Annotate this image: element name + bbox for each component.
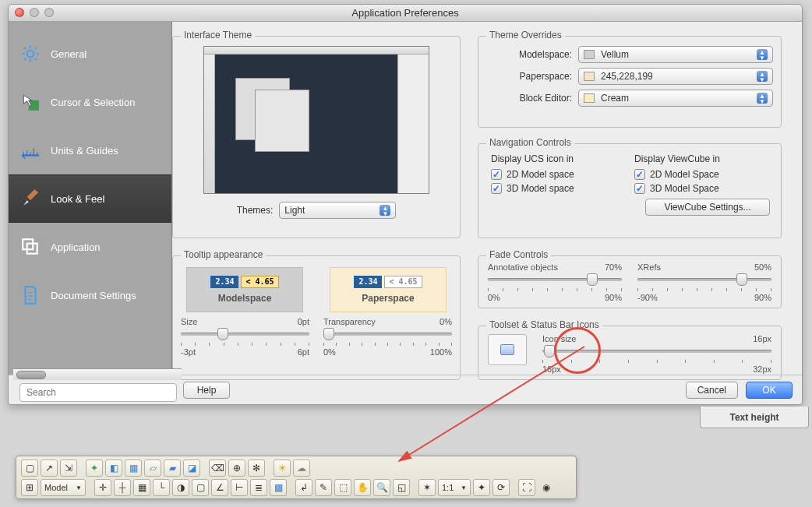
modelspace-override-select[interactable]: Vellum ▲▼ xyxy=(578,46,773,63)
svg-rect-3 xyxy=(27,244,37,254)
toolbar-button[interactable]: ⊢ xyxy=(231,479,248,496)
paperspace-override-select[interactable]: 245,228,199 ▲▼ xyxy=(578,68,773,85)
sidebar-item-general[interactable]: General xyxy=(9,30,171,78)
lines-icon: ≣ xyxy=(255,482,263,493)
tooltip-sample-value-delta: < 4.65 xyxy=(384,276,422,288)
toolbar-button[interactable]: ▰ xyxy=(164,459,181,477)
toolbar-button[interactable]: ✛ xyxy=(94,479,111,496)
blockeditor-override-select[interactable]: Cream ▲▼ xyxy=(578,90,773,107)
shape-icon: ▱ xyxy=(150,463,157,474)
sidebar-item-cursor[interactable]: Cursor & Selection xyxy=(9,78,171,126)
themes-select[interactable]: Light ▲▼ xyxy=(279,202,396,219)
toolbar-button[interactable]: └ xyxy=(153,479,170,496)
toolbar-button[interactable]: ∠ xyxy=(211,479,228,496)
scale-ratio-select[interactable]: 1:1 ▼ xyxy=(438,479,471,496)
ucs-2d-check[interactable]: 2D Model space xyxy=(491,169,625,180)
slider-min: -3pt xyxy=(181,347,196,357)
toolbar-button[interactable]: ◉ xyxy=(538,479,555,496)
toolbar-button[interactable]: ↗ xyxy=(41,459,58,477)
window-controls xyxy=(15,8,54,17)
group-legend: Navigation Controls xyxy=(486,137,574,148)
mini-icon xyxy=(500,344,514,355)
toolbar-button[interactable]: ⊕ xyxy=(228,459,245,477)
close-button[interactable] xyxy=(15,8,24,17)
sidebar-item-units[interactable]: Units & Guides xyxy=(9,126,171,174)
sidebar-scrollbar[interactable] xyxy=(13,368,182,380)
tooltip-size-slider[interactable]: Size 0pt -3pt 6pt xyxy=(181,317,309,357)
toolbar-button[interactable]: ▦ xyxy=(125,459,142,477)
toolbar-button[interactable]: ✋ xyxy=(354,479,371,496)
ucs-3d-check[interactable]: 3D Model space xyxy=(491,183,625,194)
cube-icon: ◧ xyxy=(110,463,118,474)
annotative-fade-slider[interactable]: Annotative objects 70% 0% 90% xyxy=(488,262,622,302)
ok-button[interactable]: OK xyxy=(746,382,793,399)
modelspace-override-label: Modelspace: xyxy=(486,49,572,60)
toolbar-button[interactable]: ☁ xyxy=(293,459,310,477)
slider-value: 0pt xyxy=(298,317,309,326)
preferences-window: Application Preferences General Cursor &… xyxy=(8,4,803,405)
icon-size-slider[interactable]: Icon size 16px 16px 32px xyxy=(542,334,771,374)
preferences-main-pane: Interface Theme Themes: Light ▲▼ Tooltip… xyxy=(172,22,802,375)
help-button[interactable]: Help xyxy=(183,382,230,399)
sidebar-item-application[interactable]: Application xyxy=(9,223,171,271)
chevron-updown-icon: ▲▼ xyxy=(759,72,765,83)
cursor-icon xyxy=(19,91,41,113)
sidebar-item-document[interactable]: Document Settings xyxy=(9,271,171,319)
gear-small-icon: ✻ xyxy=(252,463,260,474)
toolbar-button[interactable]: ┼ xyxy=(114,479,131,496)
sidebar-search-input[interactable] xyxy=(19,383,177,402)
sidebar-item-label: Application xyxy=(51,241,101,253)
toolset-icons-group: Toolset & Status Bar Icons Icon size 16p… xyxy=(478,326,782,380)
themes-label: Themes: xyxy=(237,205,274,216)
toolbar-button[interactable]: ⟳ xyxy=(492,479,510,496)
toolbar-button[interactable]: ≣ xyxy=(250,479,267,496)
osnap-icon: ▢ xyxy=(196,482,205,493)
toolbar-button[interactable]: ◪ xyxy=(183,459,200,477)
color-swatch xyxy=(584,72,595,81)
fullscreen-icon: ⛶ xyxy=(522,482,531,493)
star-icon: ✦ xyxy=(478,482,485,493)
model-space-select[interactable]: Model ▼ xyxy=(41,479,86,496)
sidebar-item-look-feel[interactable]: Look & Feel xyxy=(9,174,171,223)
toolbar-button[interactable]: ⊞ xyxy=(21,479,38,496)
viewcube-settings-button[interactable]: ViewCube Settings... xyxy=(645,199,770,216)
viewcube-2d-check[interactable]: 2D Model Space xyxy=(634,169,768,180)
tooltip-sample-modelspace: 2.34 < 4.65 Modelspace xyxy=(186,267,303,312)
group-legend: Interface Theme xyxy=(181,30,255,40)
toolbar-button[interactable]: ◧ xyxy=(105,459,122,477)
toolbar-button[interactable]: ◱ xyxy=(393,479,410,496)
text-height-tab[interactable]: Text height xyxy=(700,407,809,428)
viewcube-3d-check[interactable]: 3D Model Space xyxy=(634,183,768,194)
toolbar-button[interactable]: ✦ xyxy=(86,459,103,477)
toolbar-button[interactable]: ▦ xyxy=(133,479,150,496)
themes-value: Light xyxy=(284,205,305,216)
chevron-updown-icon: ▲▼ xyxy=(759,93,765,104)
toolbar-button[interactable]: ✎ xyxy=(315,479,332,496)
checkbox-icon xyxy=(634,169,645,180)
tooltip-sample-label: Paperspace xyxy=(362,293,414,304)
color-swatch xyxy=(584,50,595,59)
toolbar-button[interactable]: ⇲ xyxy=(60,459,77,477)
zoom-button[interactable] xyxy=(44,8,54,17)
toolbar-button[interactable]: ⌫ xyxy=(209,459,226,477)
toolbar-button[interactable]: ◑ xyxy=(172,479,189,496)
minimize-button[interactable] xyxy=(30,8,39,17)
tooltip-transparency-slider[interactable]: Transparency 0% 0% 100% xyxy=(323,317,452,357)
sidebar-item-label: Cursor & Selection xyxy=(51,97,135,108)
toolbar-button[interactable]: ▩ xyxy=(270,479,287,496)
xrefs-fade-slider[interactable]: XRefs 50% -90% 90% xyxy=(637,262,771,302)
toolbar-button[interactable]: ⬚ xyxy=(334,479,351,496)
toolbar-button[interactable]: ▱ xyxy=(144,459,161,477)
cancel-button[interactable]: Cancel xyxy=(686,382,738,399)
toolbar-button[interactable]: ✦ xyxy=(473,479,490,496)
theme-overrides-group: Theme Overrides Modelspace: Vellum ▲▼ Pa… xyxy=(478,36,782,128)
toolbar-button[interactable]: 🔍 xyxy=(373,479,390,496)
toolbar-button[interactable]: ▢ xyxy=(192,479,209,496)
interface-theme-group: Interface Theme Themes: Light ▲▼ xyxy=(172,36,461,238)
toolbar-button[interactable]: ✻ xyxy=(248,459,265,477)
toolbar-button[interactable]: ✶ xyxy=(418,479,436,496)
toolbar-button[interactable]: ▢ xyxy=(21,459,38,477)
toolbar-button[interactable]: ☀ xyxy=(274,459,291,477)
toolbar-button[interactable]: ⛶ xyxy=(518,479,535,496)
toolbar-button[interactable]: ↲ xyxy=(295,479,312,496)
